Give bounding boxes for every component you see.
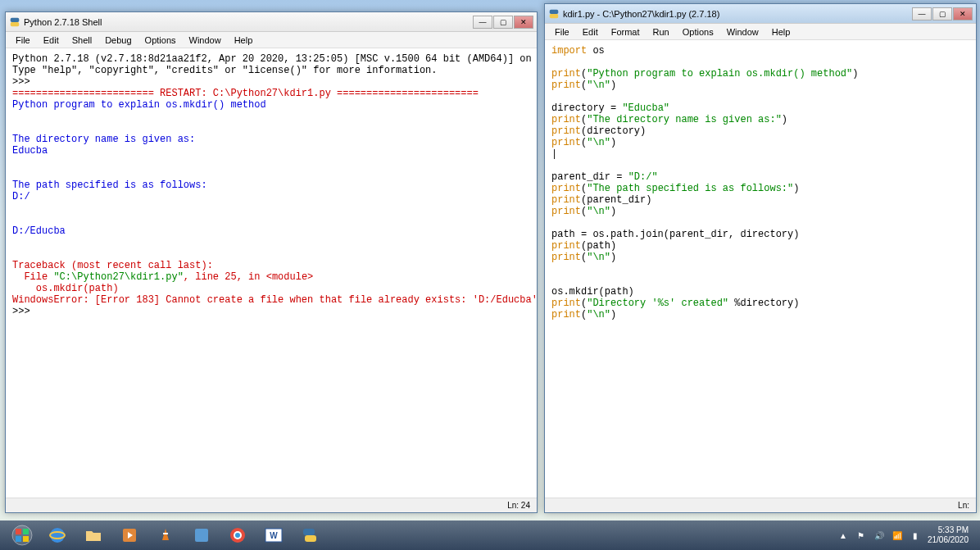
close-button[interactable]: ✕ <box>953 7 973 20</box>
taskbar-app1[interactable] <box>185 523 218 548</box>
python-icon <box>301 526 319 544</box>
menu-format[interactable]: Format <box>605 25 647 39</box>
python-shell-window: Python 2.7.18 Shell — ▢ ✕ File Edit Shel… <box>5 11 538 513</box>
battery-icon[interactable]: ▮ <box>910 530 921 541</box>
menu-help[interactable]: Help <box>228 34 260 47</box>
media-icon <box>120 526 138 544</box>
menu-window[interactable]: Window <box>720 25 765 39</box>
editor-menubar: File Edit Format Run Options Window Help <box>545 24 976 40</box>
vlc-icon <box>157 526 175 544</box>
svg-rect-20 <box>305 535 316 542</box>
svg-text:W: W <box>270 531 278 540</box>
taskbar-media[interactable] <box>113 523 146 548</box>
shell-output[interactable]: Python 2.7.18 (v2.7.18:8d21aa21f2, Apr 2… <box>6 48 537 498</box>
taskbar-explorer[interactable] <box>77 523 110 548</box>
taskbar-chrome[interactable] <box>221 523 254 548</box>
menu-options[interactable]: Options <box>138 34 183 47</box>
minimize-button[interactable]: — <box>473 16 492 29</box>
svg-point-4 <box>12 525 32 545</box>
menu-options[interactable]: Options <box>676 25 720 39</box>
taskbar-clock[interactable]: 5:33 PM 21/06/2020 <box>928 525 969 545</box>
svg-rect-13 <box>195 529 208 542</box>
editor-title: kdir1.py - C:\Python27\kdir1.py (2.7.18) <box>563 9 911 19</box>
chrome-icon <box>229 526 247 544</box>
word-icon: W <box>264 527 284 543</box>
clock-time: 5:33 PM <box>928 525 969 535</box>
menu-help[interactable]: Help <box>765 25 797 39</box>
svg-rect-3 <box>550 14 559 18</box>
editor-line-num: Ln: <box>958 501 969 510</box>
taskbar: W ▲ ⚑ 🔊 📶 ▮ 5:33 PM 21/06/2020 <box>0 520 980 550</box>
taskbar-idle[interactable] <box>293 523 326 548</box>
svg-point-16 <box>235 533 240 538</box>
shell-line-num: Ln: 24 <box>507 501 530 510</box>
shell-statusbar: Ln: 24 <box>6 498 537 512</box>
tray-up-icon[interactable]: ▲ <box>837 530 849 541</box>
maximize-button[interactable]: ▢ <box>493 16 513 29</box>
shell-title: Python 2.7.18 Shell <box>24 17 472 27</box>
menu-edit[interactable]: Edit <box>37 34 66 47</box>
svg-rect-2 <box>550 9 559 13</box>
system-tray: ▲ ⚑ 🔊 📶 ▮ 5:33 PM 21/06/2020 <box>837 525 975 545</box>
svg-rect-12 <box>163 533 168 534</box>
python-editor-window: kdir1.py - C:\Python27\kdir1.py (2.7.18)… <box>544 3 977 513</box>
shell-titlebar[interactable]: Python 2.7.18 Shell — ▢ ✕ <box>6 12 537 32</box>
taskbar-vlc[interactable] <box>149 523 182 548</box>
app-icon <box>193 526 211 544</box>
window-controls: — ▢ ✕ <box>472 16 533 29</box>
window-controls: — ▢ ✕ <box>911 7 973 20</box>
menu-window[interactable]: Window <box>183 34 228 47</box>
menu-file[interactable]: File <box>548 25 576 39</box>
taskbar-ie[interactable] <box>41 523 74 548</box>
minimize-button[interactable]: — <box>912 7 932 20</box>
svg-rect-8 <box>23 536 29 542</box>
shell-menubar: File Edit Shell Debug Options Window Hel… <box>6 32 537 48</box>
svg-rect-5 <box>16 529 21 534</box>
svg-rect-6 <box>23 529 29 534</box>
svg-rect-7 <box>16 536 21 542</box>
windows-logo-icon <box>11 525 33 546</box>
start-button[interactable] <box>5 523 39 548</box>
svg-point-9 <box>50 528 65 543</box>
folder-icon <box>84 526 102 544</box>
python-icon <box>548 8 560 20</box>
clock-date: 21/06/2020 <box>928 535 969 545</box>
menu-shell[interactable]: Shell <box>66 34 98 47</box>
taskbar-word[interactable]: W <box>257 523 290 548</box>
ie-icon <box>48 526 66 544</box>
svg-rect-0 <box>11 17 20 21</box>
editor-code[interactable]: import os print("Python program to expla… <box>545 40 976 498</box>
editor-statusbar: Ln: <box>545 498 976 512</box>
menu-file[interactable]: File <box>9 34 37 47</box>
svg-rect-19 <box>303 529 315 535</box>
close-button[interactable]: ✕ <box>514 16 533 29</box>
menu-debug[interactable]: Debug <box>98 34 138 47</box>
menu-edit[interactable]: Edit <box>576 25 605 39</box>
svg-rect-1 <box>11 22 20 26</box>
flag-icon[interactable]: ⚑ <box>855 530 867 541</box>
volume-icon[interactable]: 🔊 <box>873 530 885 541</box>
menu-run[interactable]: Run <box>647 25 676 39</box>
python-icon <box>9 16 20 28</box>
maximize-button[interactable]: ▢ <box>932 7 952 20</box>
editor-titlebar[interactable]: kdir1.py - C:\Python27\kdir1.py (2.7.18)… <box>545 4 976 24</box>
network-icon[interactable]: 📶 <box>892 530 903 541</box>
